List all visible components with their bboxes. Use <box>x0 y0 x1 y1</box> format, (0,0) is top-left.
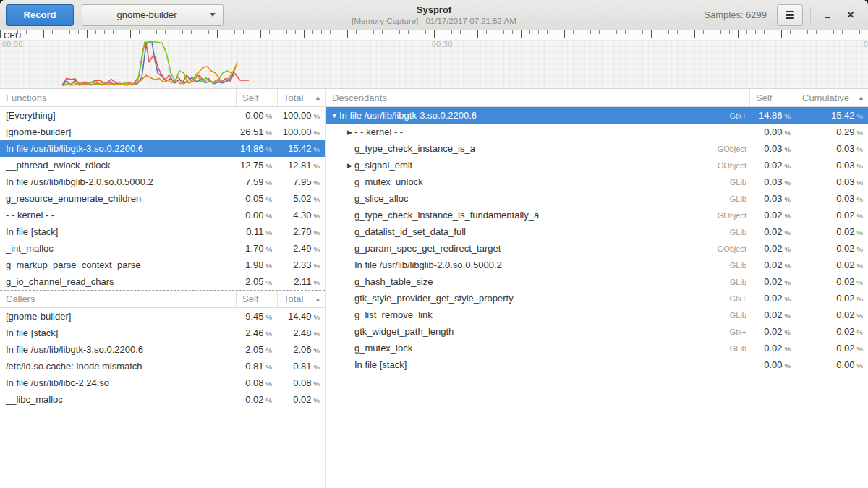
caller-row-total-value: 14.49 <box>288 311 312 322</box>
caller-row-total: 0.81% <box>277 361 325 372</box>
callers-self-column-header[interactable]: Self <box>236 291 277 307</box>
function-row-name: g_markup_parse_context_parse <box>0 260 236 270</box>
close-button[interactable]: ✕ <box>839 4 862 27</box>
function-row[interactable]: [gnome-builder]26.51%100.00% <box>0 124 325 140</box>
caller-row-self-value: 9.45 <box>245 311 263 322</box>
ruler-tick <box>122 30 122 34</box>
cpu-graph[interactable]: CPU 00:0000:3001:00 <box>0 30 868 88</box>
minimize-button[interactable]: − <box>816 4 839 27</box>
descendant-tree-cell: g_hash_table_sizeGLib <box>326 276 749 287</box>
descendant-row[interactable]: ▶- - kernel - -0.00%0.29% <box>326 124 868 140</box>
descendant-tree-cell: g_slice_allocGLib <box>326 193 749 204</box>
function-row[interactable]: In file /usr/lib/libglib-2.0.so.0.5000.2… <box>0 174 325 190</box>
descendant-name: g_datalist_id_set_data_full <box>354 226 466 237</box>
descendant-cumulative-value: 0.29 <box>836 127 854 137</box>
ruler-tick <box>408 30 409 34</box>
ruler-tick <box>269 30 270 34</box>
descendant-name: g_param_spec_get_redirect_target <box>354 243 501 254</box>
function-row[interactable]: In file /usr/lib/libgtk-3.so.0.2200.614.… <box>0 140 325 157</box>
function-row[interactable]: __pthread_rwlock_rdlock12.75%12.81% <box>0 157 325 174</box>
descendant-row[interactable]: g_slice_allocGLib0.03%0.03% <box>326 190 868 207</box>
descendant-row[interactable]: g_hash_table_sizeGLib0.02%0.02% <box>326 273 868 290</box>
ruler-tick <box>217 30 218 38</box>
expander-open-icon[interactable]: ▼ <box>330 112 339 119</box>
descendant-cumulative: 0.02% <box>796 326 868 337</box>
function-row[interactable]: [Everything]0.00%100.00% <box>0 107 325 124</box>
descendant-row[interactable]: g_list_remove_linkGLib0.02%0.02% <box>326 307 868 323</box>
descendant-row[interactable]: g_mutex_unlockGLib0.03%0.03% <box>326 174 868 190</box>
library-tag: GObject <box>710 161 746 170</box>
descendant-cumulative-value: 0.03 <box>836 176 854 187</box>
functions-column-header[interactable]: Functions <box>0 89 236 106</box>
functions-self-column-header[interactable]: Self <box>236 89 277 106</box>
percent-unit: % <box>314 212 320 220</box>
function-row-self-value: 0.00 <box>245 210 263 221</box>
descendant-row[interactable]: In file [stack]0.00%0.00% <box>326 356 868 373</box>
descendant-row[interactable]: ▼In file /usr/lib/libgtk-3.so.0.2200.6Gt… <box>326 107 868 124</box>
callers-column-header[interactable]: Callers <box>0 291 236 307</box>
ruler-tick <box>443 30 443 34</box>
descendant-cumulative: 0.29% <box>796 127 868 137</box>
descendant-row[interactable]: g_datalist_id_set_data_fullGLib0.02%0.02… <box>326 223 868 240</box>
descendant-self-value: 0.00 <box>764 127 782 137</box>
expander-closed-icon[interactable]: ▶ <box>345 129 354 136</box>
function-row[interactable]: In file [stack]0.11%2.70% <box>0 223 325 240</box>
percent-unit: % <box>266 162 272 170</box>
expander-closed-icon[interactable]: ▶ <box>345 162 354 169</box>
caller-row[interactable]: [gnome-builder]9.45%14.49% <box>0 308 325 325</box>
caller-row-total-value: 0.81 <box>293 361 311 372</box>
descendant-row[interactable]: gtk_style_provider_get_style_propertyGtk… <box>326 290 868 307</box>
descendant-row[interactable]: ▶g_signal_emitGObject0.02%0.03% <box>326 157 868 174</box>
descendant-cumulative: 0.02% <box>796 260 868 270</box>
function-row-self: 26.51% <box>236 127 277 137</box>
descendant-row[interactable]: g_mutex_lockGLib0.02%0.02% <box>326 340 868 356</box>
percent-unit: % <box>266 380 272 388</box>
caller-row[interactable]: /etc/ld.so.cache: inode mismatch0.81%0.8… <box>0 358 325 374</box>
function-row[interactable]: _int_malloc1.70%2.49% <box>0 240 325 257</box>
percent-unit: % <box>314 313 320 321</box>
descendant-row[interactable]: In file /usr/lib/libglib-2.0.so.0.5000.2… <box>326 257 868 273</box>
record-button[interactable]: Record <box>6 4 74 26</box>
function-row-total: 15.42% <box>277 143 325 154</box>
function-row[interactable]: g_resource_enumerate_children0.05%5.02% <box>0 190 325 207</box>
process-selector-dropdown[interactable]: gnome-builder <box>82 4 224 26</box>
percent-unit: % <box>857 345 863 353</box>
descendant-row[interactable]: g_type_check_instance_is_aGObject0.03%0.… <box>326 140 868 157</box>
caller-row[interactable]: In file /usr/lib/libgtk-3.so.0.2200.62.0… <box>0 341 325 358</box>
percent-unit: % <box>266 313 272 321</box>
menu-button[interactable] <box>777 4 803 26</box>
caller-row-name: In file /usr/lib/libc-2.24.so <box>0 377 236 388</box>
ruler-tick <box>477 30 478 38</box>
function-row-total-value: 7.95 <box>293 176 311 187</box>
ruler-tick <box>174 30 174 38</box>
caller-row[interactable]: In file [stack]2.46%2.48% <box>0 325 325 341</box>
descendant-row[interactable]: gtk_widget_path_lengthGtk+0.02%0.02% <box>326 323 868 340</box>
caller-row-name: __libc_malloc <box>0 394 236 405</box>
function-row[interactable]: g_markup_parse_context_parse1.98%2.33% <box>0 257 325 273</box>
descendant-cumulative: 0.00% <box>796 359 868 370</box>
function-row-total-value: 100.00 <box>283 110 312 121</box>
functions-total-column-header[interactable]: Total▲ <box>277 89 325 106</box>
percent-unit: % <box>785 112 791 120</box>
ruler-tick <box>807 30 808 34</box>
header-bar: Record gnome-builder Sysprof [Memory Cap… <box>0 0 868 30</box>
page-title: Sysprof <box>352 4 516 15</box>
percent-unit: % <box>785 312 791 320</box>
function-row[interactable]: - - kernel - -0.00%4.30% <box>0 207 325 223</box>
header-separator <box>810 7 811 23</box>
descendant-row[interactable]: g_param_spec_get_redirect_targetGObject0… <box>326 240 868 257</box>
caller-row[interactable]: __libc_malloc0.02%0.02% <box>0 391 325 408</box>
ruler-tick <box>859 30 860 34</box>
descendant-cumulative-value: 0.02 <box>836 293 854 304</box>
ruler-tick <box>799 30 799 34</box>
library-tag: GLib <box>723 344 746 353</box>
function-row[interactable]: g_io_channel_read_chars2.05%2.11% <box>0 273 325 290</box>
descendant-row[interactable]: g_type_check_instance_is_fundamentally_a… <box>326 207 868 223</box>
descendants-column-header[interactable]: Descendants <box>326 89 749 106</box>
callers-total-column-header[interactable]: Total▲ <box>277 291 325 307</box>
caller-row[interactable]: In file /usr/lib/libc-2.24.so0.08%0.08% <box>0 374 325 391</box>
ruler-tick <box>608 30 608 38</box>
descendants-self-column-header[interactable]: Self <box>749 89 796 106</box>
caller-row-total-value: 2.06 <box>293 344 311 355</box>
descendants-cumulative-column-header[interactable]: Cumulative▲ <box>796 89 868 106</box>
